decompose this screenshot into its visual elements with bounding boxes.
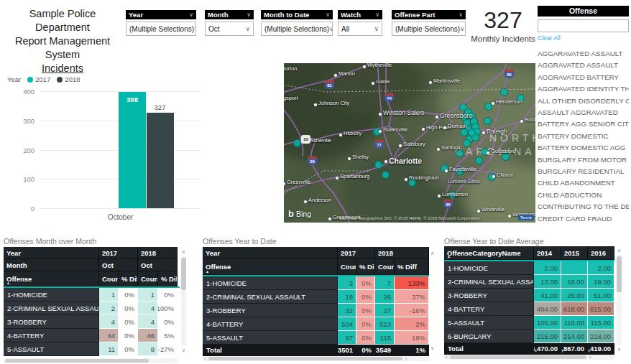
column-header[interactable]: Count [375,259,395,275]
offense-list-item[interactable]: BATTERY AGG SENIOR CITIZ... [538,118,629,130]
data-cell[interactable]: 0% [356,290,375,304]
data-cell[interactable]: 19% [395,331,429,345]
data-cell[interactable]: 1 [138,288,158,302]
data-cell[interactable]: 0% [356,276,375,290]
row-label[interactable]: 2-CRIMINAL SEXUAL ASSAULT [4,302,99,315]
data-cell[interactable]: 0% [356,317,375,331]
data-cell[interactable]: 5% [158,329,178,342]
column-header[interactable]: 2017 [99,247,138,259]
column-header[interactable]: 2014 [534,246,561,260]
column-header[interactable]: 2018 [375,247,429,259]
column-header[interactable]: Year [4,247,99,259]
offense-list-item[interactable]: BURGLARY FROM MOTOR V... [538,154,629,166]
data-cell[interactable]: 27 [375,304,395,317]
row-label[interactable]: 1-HOMICIDE [444,261,534,275]
data-cell[interactable]: 100% [158,302,178,315]
offense-list-item[interactable]: CONTRIBUTING TO THE DEP... [538,201,629,213]
row-label[interactable]: 1-HOMICIDE [4,288,99,302]
data-cell[interactable]: 0% [119,342,138,356]
column-header[interactable]: % Diff [158,271,178,286]
data-cell[interactable]: 0% [119,329,138,342]
data-cell[interactable]: 4 [138,315,158,329]
data-cell[interactable]: 615.00 [588,302,614,316]
data-cell[interactable]: 19 [338,290,356,304]
data-cell[interactable]: 2.00 [588,261,614,275]
table3-vertical-scrollbar[interactable]: ∧ ∨ [615,248,623,353]
data-cell[interactable]: 0% [356,304,375,317]
data-cell[interactable]: 37% [395,290,429,304]
data-cell[interactable] [561,261,588,275]
data-cell[interactable]: 0% [119,288,138,302]
row-label[interactable]: 2-CRIMINAL SEXUAL ASSAULT [203,290,338,304]
row-label[interactable]: 4-BATTERY [4,329,99,342]
data-cell[interactable]: 214.00 [561,330,588,343]
column-header[interactable]: Year [203,247,338,259]
offense-list-item[interactable]: BATTERY DOMESTIC AGG [538,142,629,154]
data-cell[interactable]: 105.00 [534,316,561,330]
data-cell[interactable]: 16.00 [561,275,588,289]
row-label[interactable]: 4-BATTERY [444,302,534,316]
column-header[interactable]: 2018 [138,247,178,259]
table3-horizontal-scrollbar[interactable]: ‹ › [444,355,615,360]
data-cell[interactable]: -27% [158,342,178,356]
data-cell[interactable]: 618.00 [561,302,588,316]
legend-item-2018[interactable]: 2018 [57,75,80,83]
column-header[interactable]: % Diff [119,271,138,286]
offense-list-item[interactable]: BATTERY DOMESTIC [538,131,629,142]
offense-list-item[interactable]: AGGRAVATED IDENTITY THEFT [538,83,629,95]
column-header[interactable]: 2016 [588,246,614,260]
offense-list-item[interactable]: AGGARAVATED ASSAULT [538,48,629,60]
map-terms-link[interactable]: Terms [518,215,534,220]
offense-search-input[interactable] [538,19,629,32]
data-cell[interactable]: 2.00 [534,261,561,275]
data-cell[interactable]: 504 [338,317,356,331]
bar-2018[interactable] [147,113,174,208]
data-cell[interactable]: 2% [395,317,429,331]
column-header[interactable]: Oct [138,259,178,271]
row-label[interactable]: Total [444,343,534,355]
data-cell[interactable]: 3,470.00 [534,343,561,355]
clear-all-link[interactable]: Clear All [538,34,629,42]
row-label[interactable]: 3-ROBBERY [203,304,338,317]
data-cell[interactable]: 133% [395,276,429,290]
data-cell[interactable]: 97 [338,331,356,345]
incident-dot[interactable] [468,129,476,136]
offense-list-item[interactable]: ASSAULT AGGRAVATED [538,107,629,118]
data-cell[interactable]: 4,419.00 [588,343,614,355]
row-label[interactable]: 3-ROBBERY [444,289,534,302]
offense-list-item[interactable]: AGGRAVATED ASSAULT [538,60,629,71]
column-header[interactable]: % Diff [395,259,429,275]
column-header[interactable]: Count [138,271,158,286]
data-cell[interactable]: 0% [119,302,138,315]
row-label[interactable]: 5-ASSAULT [444,316,534,330]
data-cell[interactable]: 3 [338,276,356,290]
column-header[interactable]: Count [99,271,119,286]
row-label[interactable]: Total [203,345,338,356]
legend-item-2017[interactable]: 2017 [27,75,50,83]
row-label[interactable]: 4-BATTERY [203,317,338,331]
row-label[interactable]: 3-ROBBERY [4,315,99,329]
data-cell[interactable]: 215.00 [534,330,561,343]
data-cell[interactable]: 41.00 [534,289,561,302]
data-cell[interactable]: 110.00 [561,316,588,330]
data-cell[interactable]: 3501 [338,345,356,356]
data-cell[interactable]: -16% [395,304,429,317]
data-cell[interactable]: 51.00 [588,289,614,302]
column-header[interactable]: Offense▲ [4,271,99,286]
table2-horizontal-scrollbar[interactable]: ‹ › [203,356,430,361]
incident-dot[interactable] [500,88,508,96]
data-cell[interactable]: 494.00 [534,302,561,316]
column-header[interactable]: 2017 [338,247,375,259]
data-cell[interactable]: 11 [99,342,119,356]
incident-dot[interactable] [484,117,492,125]
column-header[interactable]: Oct [99,259,138,271]
data-cell[interactable]: 218.00 [588,330,614,343]
offense-list-item[interactable]: ALL OTHER DISORDERLY CO... [538,95,629,107]
table1-vertical-scrollbar[interactable]: ∧ ∨ [180,249,188,353]
data-cell[interactable]: 1 [99,288,119,302]
data-cell[interactable]: 0% [158,288,178,302]
data-cell[interactable]: 115.00 [588,316,614,330]
filter-month-to-date-dropdown[interactable]: (Multiple Selections)∨ [261,22,333,36]
data-cell[interactable]: 26 [375,290,395,304]
incident-dot[interactable] [475,157,483,164]
